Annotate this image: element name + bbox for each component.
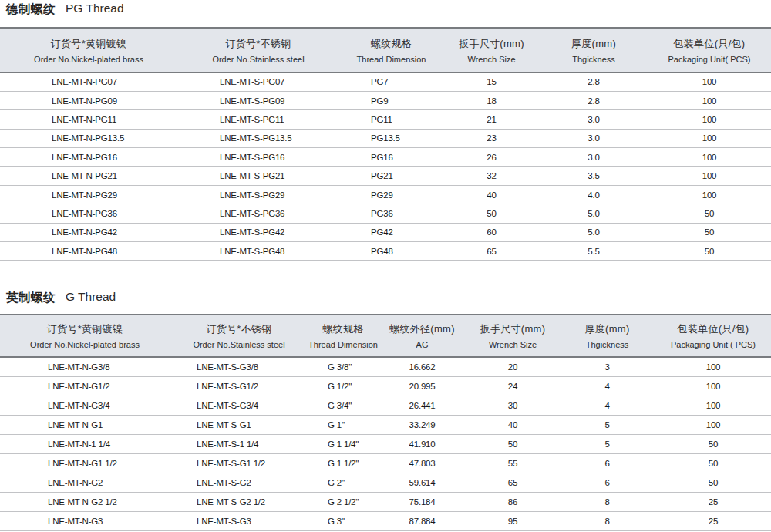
table-cell: 2.8 [540, 91, 648, 109]
table-row: LNE-MT-N-PG36LNE-MT-S-PG36PG36505.050 [0, 204, 771, 223]
table-cell: 4 [559, 396, 655, 415]
table-row: LNE-MT-N-PG48LNE-MT-S-PG48PG48655.550 [0, 242, 771, 261]
table-cell: G 3/8" [308, 357, 378, 376]
table-cell: 50 [443, 204, 540, 223]
table-cell: LNE-MT-N-G1/2 [0, 376, 170, 396]
column-header-chinese: 订货号*黄铜镀镍 [0, 37, 177, 51]
table-cell: 59.614 [378, 473, 466, 492]
g-thread-table: 订货号*黄铜镀镍Order No.Nickel-plated brass订货号*… [0, 314, 771, 531]
table-cell: PG9 [339, 91, 443, 109]
pg-thread-table-header: 订货号*黄铜镀镍Order No.Nickel-plated brass订货号*… [0, 28, 771, 72]
column-header-chinese: 螺纹外径(mm) [378, 322, 466, 336]
table-cell: LNE-MT-N-1 1/4 [0, 434, 170, 453]
column-header-english: Thgickness [540, 55, 648, 64]
table-cell: 32 [443, 167, 540, 185]
table-row: LNE-MT-N-G1 1/2LNE-MT-S-G1 1/2G 1 1/2"47… [0, 453, 771, 473]
table-cell: 3 [559, 357, 655, 376]
table-cell: LNE-MT-S-PG09 [177, 91, 339, 109]
table-cell: LNE-MT-N-PG16 [0, 148, 177, 167]
table-cell: 100 [648, 129, 771, 147]
table-cell: LNE-MT-N-PG42 [0, 223, 177, 241]
table-row: LNE-MT-N-G2LNE-MT-S-G2G 2"59.61465650 [0, 473, 771, 492]
section-title-english: PG Thread [66, 2, 124, 15]
table-row: LNE-MT-N-PG07LNE-MT-S-PG07PG7152.8100 [0, 72, 771, 91]
table-cell: 55 [466, 453, 559, 473]
column-header-english: AG [378, 340, 466, 349]
table-cell: 5.5 [540, 242, 648, 261]
column-header: 订货号*不锈钢Order No.Stainless steel [177, 28, 339, 72]
table-cell: LNE-MT-S-G3 [170, 511, 308, 530]
table-row: LNE-MT-N-PG29LNE-MT-S-PG29PG29404.0100 [0, 185, 771, 204]
table-cell: LNE-MT-N-PG36 [0, 204, 177, 223]
table-row: LNE-MT-N-G3/8LNE-MT-S-G3/8G 3/8"16.66220… [0, 357, 771, 376]
table-cell: 95 [466, 511, 559, 530]
table-cell: 86 [466, 492, 559, 511]
table-row: LNE-MT-N-G3LNE-MT-S-G3G 3"87.88495825 [0, 511, 771, 530]
table-cell: 50 [648, 242, 771, 261]
table-row: LNE-MT-N-G3/4LNE-MT-S-G3/4G 3/4"26.44130… [0, 396, 771, 415]
table-cell: LNE-MT-S-PG11 [177, 110, 339, 129]
column-header-chinese: 订货号*不锈钢 [177, 37, 339, 51]
column-header-english: Packaging Unit ( PCS) [655, 340, 771, 349]
table-cell: LNE-MT-N-G1 1/2 [0, 453, 170, 473]
column-header-english: Thread Dimension [308, 340, 378, 349]
table-cell: LNE-MT-S-PG29 [177, 185, 339, 204]
column-header: 扳手尺寸(mm)Wrench Size [443, 28, 540, 72]
table-cell: LNE-MT-S-G1 [170, 415, 308, 434]
table-cell: 6 [559, 453, 655, 473]
table-cell: LNE-MT-S-G3/4 [170, 396, 308, 415]
table-row: LNE-MT-N-PG11LNE-MT-S-PG11PG11213.0100 [0, 110, 771, 129]
table-cell: 5.0 [540, 223, 648, 241]
table-cell: LNE-MT-N-G3/8 [0, 357, 170, 376]
table-cell: 50 [648, 204, 771, 223]
table-cell: 50 [655, 473, 771, 492]
column-header: 扳手尺寸(mm)Wrench Size [466, 315, 559, 357]
column-header-english: Wrench Size [443, 55, 540, 64]
table-cell: 50 [466, 434, 559, 453]
column-header-chinese: 螺纹规格 [308, 322, 378, 336]
table-cell: 26 [443, 148, 540, 167]
table-cell: LNE-MT-S-G2 1/2 [170, 492, 308, 511]
table-cell: 100 [648, 110, 771, 129]
pg-thread-section: 德制螺纹 PG Thread 订货号*黄铜镀镍Order No.Nickel-p… [0, 0, 771, 261]
table-cell: 3.0 [540, 148, 648, 167]
table-cell: 5 [559, 434, 655, 453]
table-row: LNE-MT-N-G1/2LNE-MT-S-G1/2G 1/2"20.99524… [0, 376, 771, 396]
table-cell: 25 [655, 492, 771, 511]
table-cell: 6 [559, 473, 655, 492]
table-cell: 65 [443, 242, 540, 261]
table-cell: 87.884 [378, 511, 466, 530]
column-header-chinese: 螺纹规格 [339, 37, 443, 51]
table-cell: LNE-MT-N-G2 [0, 473, 170, 492]
table-cell: LNE-MT-N-G1 [0, 415, 170, 434]
table-cell: 16.662 [378, 357, 466, 376]
table-row: LNE-MT-N-PG42LNE-MT-S-PG42PG42605.050 [0, 223, 771, 241]
table-cell: 100 [655, 415, 771, 434]
g-thread-section-title: 英制螺纹 G Thread [0, 261, 771, 314]
table-cell: LNE-MT-N-PG13.5 [0, 129, 177, 147]
table-cell: LNE-MT-S-PG16 [177, 148, 339, 167]
table-cell: G 3" [308, 511, 378, 530]
table-cell: LNE-MT-N-G2 1/2 [0, 492, 170, 511]
column-header-chinese: 扳手尺寸(mm) [443, 37, 540, 51]
table-cell: 3.5 [540, 167, 648, 185]
table-cell: 25 [655, 511, 771, 530]
g-thread-section: 英制螺纹 G Thread 订货号*黄铜镀镍Order No.Nickel-pl… [0, 261, 771, 531]
column-header: 订货号*黄铜镀镍Order No.Nickel-plated brass [0, 315, 170, 357]
table-cell: 33.249 [378, 415, 466, 434]
table-cell: 47.803 [378, 453, 466, 473]
table-cell: 40 [466, 415, 559, 434]
table-cell: LNE-MT-S-G1 1/2 [170, 453, 308, 473]
table-cell: LNE-MT-S-PG07 [177, 72, 339, 91]
table-cell: 40 [443, 185, 540, 204]
table-cell: LNE-MT-S-G3/8 [170, 357, 308, 376]
table-cell: 50 [648, 223, 771, 241]
column-header: 螺纹外径(mm)AG [378, 315, 466, 357]
table-cell: G 3/4" [308, 396, 378, 415]
column-header-chinese: 厚度(mm) [540, 37, 648, 51]
column-header: 厚度(mm)Thgickness [559, 315, 655, 357]
column-header: 螺纹规格Thread Dimension [308, 315, 378, 357]
column-header-chinese: 厚度(mm) [559, 322, 655, 336]
column-header: 包装单位(只/包)Packaging Unit( PCS) [648, 28, 771, 72]
g-thread-table-body: LNE-MT-N-G3/8LNE-MT-S-G3/8G 3/8"16.66220… [0, 357, 771, 530]
